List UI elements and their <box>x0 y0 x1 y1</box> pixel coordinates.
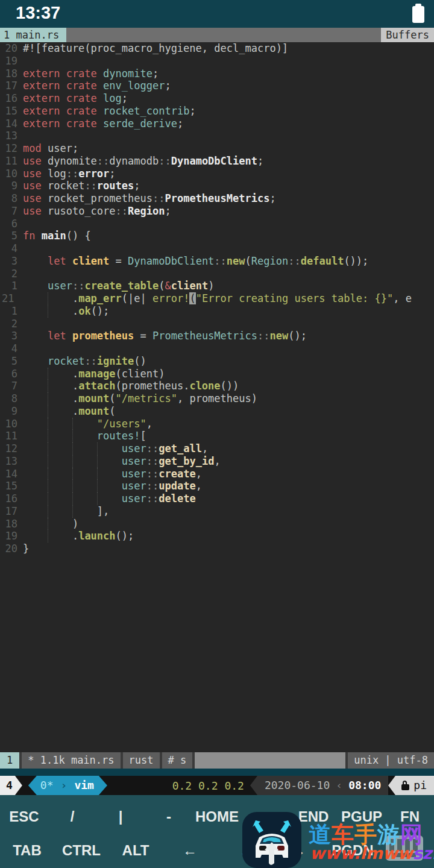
code-token: = <box>134 330 153 342</box>
code-token <box>54 455 72 467</box>
indent-guide <box>48 492 54 505</box>
clock: 13:37 <box>16 3 60 23</box>
tab-buffers[interactable]: Buffers <box>381 28 434 42</box>
indent-guide <box>72 505 78 518</box>
code-text: use dynomite::dynamodb::DynamoDbClient; <box>23 155 263 168</box>
tmux-right-status: 0.2 0.2 0.2 2020-06-10 ‹ 08:00 pi <box>172 776 434 795</box>
code-text: extern crate serde_derive; <box>23 118 183 130</box>
code-token: #![feature(proc_macro_hygiene, decl_macr… <box>23 42 288 54</box>
code-text: .launch(); <box>23 530 134 542</box>
code-token: . <box>54 392 78 404</box>
line-number: 20 <box>0 542 23 555</box>
key-sym[interactable]: / <box>48 800 96 834</box>
code-token: log <box>42 168 66 180</box>
code-token: rusoto_core <box>42 205 116 217</box>
code-line: 15extern crate rocket_contrib; <box>0 105 434 118</box>
code-token: . <box>54 292 78 304</box>
code-line: 16 user::delete <box>0 492 434 505</box>
code-line: 9 .mount( <box>0 405 434 418</box>
code-text: .mount("/metrics", prometheus) <box>23 392 257 405</box>
code-text: extern crate log; <box>23 92 128 105</box>
code-token <box>23 392 48 404</box>
code-token <box>23 492 48 505</box>
code-token <box>54 492 72 505</box>
code-token: user <box>122 492 146 505</box>
vim-tabline: 1 main.rs Buffers <box>0 28 434 42</box>
code-token: create <box>159 468 195 480</box>
code-token: user <box>122 455 146 467</box>
code-token: ( <box>109 405 115 417</box>
line-number: 3 <box>0 330 23 342</box>
code-token: clone <box>189 380 220 392</box>
line-number: 14 <box>0 468 23 480</box>
code-token: Region <box>128 205 165 217</box>
key-sym[interactable]: ← <box>163 834 217 867</box>
code-token <box>54 468 72 480</box>
code-token: ( <box>245 255 251 267</box>
key-alt[interactable]: ALT <box>108 834 163 867</box>
code-token: user <box>122 442 146 454</box>
code-token: get_all <box>159 442 202 454</box>
code-token: new <box>269 330 288 342</box>
key-sym[interactable]: - <box>145 800 193 834</box>
statusline-buffer-number: 1 <box>0 752 19 769</box>
code-token: ; <box>165 80 171 92</box>
key-tab[interactable]: TAB <box>0 834 54 867</box>
code-line: 2 <box>0 268 434 280</box>
lock-icon <box>401 784 409 790</box>
indent-guide <box>72 492 78 505</box>
tmux-session-badge[interactable]: 4 <box>0 776 22 795</box>
code-token: env_logger <box>103 80 165 92</box>
code-token: ( <box>159 280 165 292</box>
powerline-arrow-icon <box>250 776 257 795</box>
code-token: "/metrics" <box>116 392 177 404</box>
key-ctrl[interactable]: CTRL <box>54 834 108 867</box>
indent-guide <box>48 418 54 430</box>
code-line: 14extern crate serde_derive; <box>0 118 434 130</box>
line-number: 18 <box>0 68 23 80</box>
indent-guide <box>48 292 54 305</box>
indent-guide <box>97 442 103 455</box>
key-esc[interactable]: ESC <box>0 800 48 834</box>
statusline-format-encoding: unix | utf-8 <box>348 752 434 769</box>
tmux-window-name: vim <box>74 776 94 795</box>
code-token: :: <box>72 280 84 292</box>
code-token: serde_derive <box>103 118 177 130</box>
code-token: dynomite <box>103 68 153 80</box>
code-area[interactable]: 20#![feature(proc_macro_hygiene, decl_ma… <box>0 42 434 752</box>
line-number: 6 <box>0 218 23 230</box>
line-number: 10 <box>0 168 23 180</box>
code-token <box>103 442 122 454</box>
code-token: launch <box>78 530 115 542</box>
code-token <box>97 68 103 80</box>
android-status-bar: 13:37 <box>0 0 434 28</box>
code-line: 18 ) <box>0 518 434 530</box>
indent-guide <box>48 380 54 392</box>
indent-guide <box>48 442 54 455</box>
statusline-fill <box>195 752 345 769</box>
code-token: (prometheus. <box>116 380 190 392</box>
indent-guide <box>48 455 54 468</box>
code-token: ; <box>134 180 140 192</box>
code-token: user <box>122 480 146 492</box>
code-text: .mount( <box>23 405 116 418</box>
code-token: dynamodb <box>109 155 159 167</box>
code-line: 12 user::get_all, <box>0 442 434 455</box>
tab-main-rs[interactable]: 1 main.rs <box>0 28 66 42</box>
code-token: } <box>23 542 29 555</box>
line-number: 18 <box>0 518 23 530</box>
key-sym[interactable]: | <box>96 800 145 834</box>
line-number: 4 <box>0 342 23 355</box>
tmux-window-chip[interactable]: 0* › vim <box>28 776 107 795</box>
code-text: #![feature(proc_macro_hygiene, decl_macr… <box>23 42 288 55</box>
code-token: , <box>196 468 202 480</box>
code-token: get_by_id <box>159 455 214 467</box>
line-number: 4 <box>0 242 23 255</box>
code-token: delete <box>159 492 195 505</box>
line-number: 8 <box>0 392 23 405</box>
code-line: 15 user::update, <box>0 480 434 492</box>
code-text: .attach(prometheus.clone()) <box>23 380 239 392</box>
key-home[interactable]: HOME <box>193 800 241 834</box>
line-number: 10 <box>0 418 23 430</box>
code-line: 6 <box>0 218 434 230</box>
